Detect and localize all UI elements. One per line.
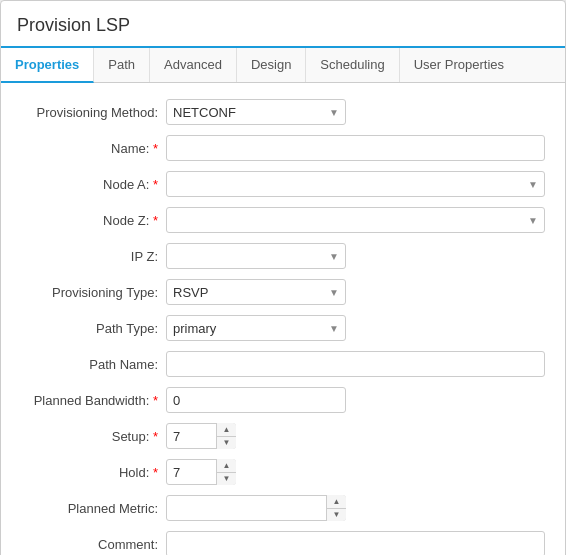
path-name-label: Path Name: — [21, 357, 166, 372]
node-z-row: Node Z: * ▼ — [21, 207, 545, 233]
comment-row: Comment: — [21, 531, 545, 555]
planned-bandwidth-row: Planned Bandwidth: * — [21, 387, 545, 413]
comment-label: Comment: — [21, 537, 166, 552]
hold-down-button[interactable]: ▼ — [217, 473, 236, 486]
planned-metric-arrows: ▲ ▼ — [326, 495, 346, 521]
planned-bandwidth-required-star: * — [153, 393, 158, 408]
ip-z-wrapper: ▼ — [166, 243, 346, 269]
provision-lsp-dialog: Provision LSP Properties Path Advanced D… — [0, 0, 566, 555]
node-a-row: Node A: * ▼ — [21, 171, 545, 197]
provisioning-type-select[interactable]: RSVP SR — [166, 279, 346, 305]
node-z-select[interactable] — [166, 207, 545, 233]
node-z-wrapper: ▼ — [166, 207, 545, 233]
tab-bar: Properties Path Advanced Design Scheduli… — [1, 48, 565, 83]
tab-user-properties[interactable]: User Properties — [400, 48, 518, 82]
node-a-select[interactable] — [166, 171, 545, 197]
tab-advanced[interactable]: Advanced — [150, 48, 237, 82]
path-name-input[interactable] — [166, 351, 545, 377]
hold-arrows: ▲ ▼ — [216, 459, 236, 485]
planned-bandwidth-label: Planned Bandwidth: * — [21, 393, 166, 408]
ip-z-row: IP Z: ▼ — [21, 243, 545, 269]
hold-row: Hold: * ▲ ▼ — [21, 459, 545, 485]
comment-input[interactable] — [166, 531, 545, 555]
name-label: Name: * — [21, 141, 166, 156]
setup-spinner: ▲ ▼ — [166, 423, 236, 449]
tab-design[interactable]: Design — [237, 48, 306, 82]
name-required-star: * — [153, 141, 158, 156]
form-body: Provisioning Method: NETCONF CLI SNMP ▼ … — [1, 83, 565, 555]
name-row: Name: * — [21, 135, 545, 161]
provisioning-method-wrapper: NETCONF CLI SNMP ▼ — [166, 99, 346, 125]
node-a-wrapper: ▼ — [166, 171, 545, 197]
path-type-row: Path Type: primary secondary standby ▼ — [21, 315, 545, 341]
path-type-wrapper: primary secondary standby ▼ — [166, 315, 346, 341]
hold-required-star: * — [153, 465, 158, 480]
node-a-required-star: * — [153, 177, 158, 192]
planned-metric-row: Planned Metric: ▲ ▼ — [21, 495, 545, 521]
setup-arrows: ▲ ▼ — [216, 423, 236, 449]
provisioning-type-wrapper: RSVP SR ▼ — [166, 279, 346, 305]
planned-bandwidth-input[interactable] — [166, 387, 346, 413]
hold-label: Hold: * — [21, 465, 166, 480]
path-name-row: Path Name: — [21, 351, 545, 377]
planned-metric-input[interactable] — [166, 495, 346, 521]
dialog-title: Provision LSP — [1, 1, 565, 48]
ip-z-select[interactable] — [166, 243, 346, 269]
path-type-label: Path Type: — [21, 321, 166, 336]
planned-metric-down-button[interactable]: ▼ — [327, 509, 346, 522]
setup-row: Setup: * ▲ ▼ — [21, 423, 545, 449]
provisioning-type-row: Provisioning Type: RSVP SR ▼ — [21, 279, 545, 305]
hold-spinner: ▲ ▼ — [166, 459, 236, 485]
setup-down-button[interactable]: ▼ — [217, 437, 236, 450]
provisioning-method-select[interactable]: NETCONF CLI SNMP — [166, 99, 346, 125]
node-z-required-star: * — [153, 213, 158, 228]
provisioning-method-row: Provisioning Method: NETCONF CLI SNMP ▼ — [21, 99, 545, 125]
node-z-label: Node Z: * — [21, 213, 166, 228]
path-type-select[interactable]: primary secondary standby — [166, 315, 346, 341]
setup-label: Setup: * — [21, 429, 166, 444]
planned-metric-label: Planned Metric: — [21, 501, 166, 516]
planned-metric-up-button[interactable]: ▲ — [327, 495, 346, 509]
setup-required-star: * — [153, 429, 158, 444]
tab-scheduling[interactable]: Scheduling — [306, 48, 399, 82]
planned-metric-wrapper: ▲ ▼ — [166, 495, 346, 521]
node-a-label: Node A: * — [21, 177, 166, 192]
name-input[interactable] — [166, 135, 545, 161]
tab-properties[interactable]: Properties — [1, 48, 94, 83]
tab-path[interactable]: Path — [94, 48, 150, 82]
provisioning-type-label: Provisioning Type: — [21, 285, 166, 300]
hold-up-button[interactable]: ▲ — [217, 459, 236, 473]
ip-z-label: IP Z: — [21, 249, 166, 264]
provisioning-method-label: Provisioning Method: — [21, 105, 166, 120]
setup-up-button[interactable]: ▲ — [217, 423, 236, 437]
